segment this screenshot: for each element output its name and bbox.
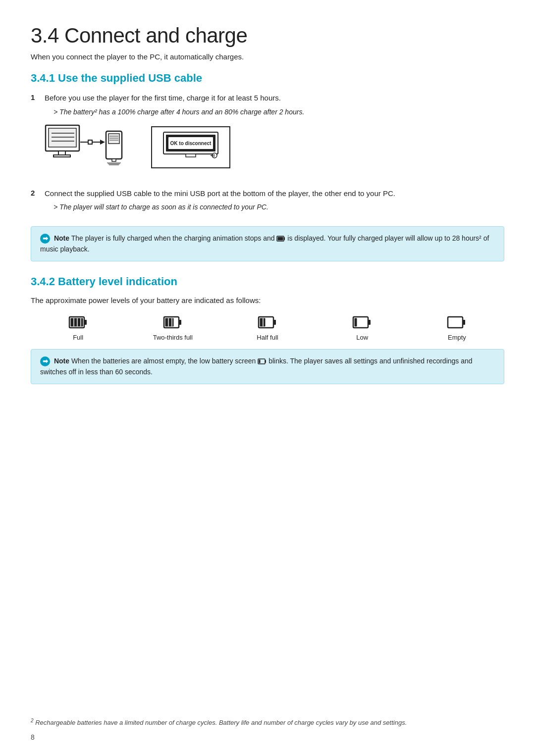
step-1-content: Before you use the player for the first … (45, 93, 504, 179)
svg-rect-44 (273, 320, 276, 325)
step-2-subnote: The player will start to charge as soon … (54, 202, 504, 212)
svg-rect-40 (165, 318, 173, 326)
battery-low-icon (352, 315, 372, 331)
battery-empty-item: Empty (410, 315, 504, 341)
step-1: 1 Before you use the player for the firs… (31, 93, 504, 179)
svg-rect-50 (448, 317, 463, 328)
svg-rect-30 (284, 237, 285, 240)
battery-empty-label: Empty (448, 334, 466, 341)
battery-twothirds-item: Two-thirds full (125, 315, 220, 341)
disconnect-box: OK to disconnect (151, 126, 230, 168)
svg-rect-2 (54, 155, 70, 157)
svg-rect-49 (355, 318, 357, 326)
note-text-1: The player is fully charged when the cha… (69, 234, 276, 242)
svg-rect-48 (368, 320, 371, 325)
section-2-heading: 3.4.2 Battery level indication (31, 275, 504, 288)
pc-player-diagram (45, 124, 136, 169)
page-number: 8 (31, 733, 35, 741)
battery-twothirds-label: Two-thirds full (153, 334, 193, 341)
battery-empty-icon (447, 315, 467, 331)
note-label-2: Note (54, 357, 69, 365)
battery-full-icon (68, 315, 88, 331)
step-2: 2 Connect the supplied USB cable to the … (31, 188, 504, 218)
svg-rect-53 (265, 360, 266, 363)
svg-rect-3 (49, 128, 76, 147)
svg-rect-33 (84, 320, 87, 325)
svg-rect-1 (58, 151, 65, 155)
footnote-superscript: 2 (31, 718, 34, 723)
diagram-row: OK to disconnect (45, 124, 504, 170)
step-2-text: Connect the supplied USB cable to the mi… (45, 188, 504, 200)
note-label-1: Note (54, 234, 69, 242)
inline-battery-full-icon (276, 235, 285, 242)
battery-half-item: Half full (220, 315, 315, 341)
svg-rect-39 (179, 320, 181, 325)
page-title: 3.4 Connect and charge (31, 24, 504, 48)
svg-rect-51 (463, 320, 465, 325)
disconnect-screen-diagram: OK to disconnect (151, 126, 230, 168)
svg-rect-31 (278, 237, 283, 241)
note-icon-2: ➡ (40, 356, 50, 366)
svg-rect-24 (186, 154, 196, 157)
steps-list: 1 Before you use the player for the firs… (31, 93, 504, 217)
step-2-content: Connect the supplied USB cable to the mi… (45, 188, 504, 218)
step-1-number: 1 (31, 93, 45, 101)
battery-low-label: Low (356, 334, 368, 341)
step-2-number: 2 (31, 188, 45, 197)
battery-twothirds-icon (163, 315, 183, 331)
disconnect-svg: OK to disconnect (161, 131, 220, 161)
svg-rect-16 (112, 159, 116, 161)
footnote: 2 Rechargeable batteries have a limited … (31, 718, 504, 726)
svg-rect-12 (108, 134, 119, 144)
section-2-intro: The approximate power levels of your bat… (31, 296, 504, 304)
step-1-subnote: The battery² has a 100% charge after 4 h… (54, 107, 504, 117)
svg-marker-10 (100, 140, 105, 145)
svg-rect-8 (88, 140, 92, 144)
battery-half-icon (258, 315, 277, 331)
battery-low-item: Low (315, 315, 410, 341)
note-box-1: ➡ Note The player is fully charged when … (31, 226, 504, 261)
battery-levels-row: Full Two-thirds full Half full Low (31, 315, 504, 341)
battery-full-item: Full (31, 315, 125, 341)
battery-full-label: Full (73, 334, 83, 341)
section-1-heading: 3.4.1 Use the supplied USB cable (31, 72, 504, 85)
note-text-2a: When the batteries are almost empty, the… (69, 357, 258, 365)
step-1-text: Before you use the player for the first … (45, 93, 504, 104)
svg-rect-45 (260, 318, 266, 326)
svg-rect-54 (259, 360, 261, 363)
page-intro: When you connect the player to the PC, i… (31, 52, 504, 61)
note-box-2: ➡ Note When the batteries are almost emp… (31, 349, 504, 384)
connection-diagram-left (45, 124, 136, 170)
footnote-text: Rechargeable batteries have a limited nu… (35, 719, 407, 726)
inline-battery-low-icon (258, 358, 267, 365)
battery-half-label: Half full (257, 334, 278, 341)
note-icon-1: ➡ (40, 234, 50, 244)
svg-text:OK to disconnect: OK to disconnect (170, 141, 212, 146)
